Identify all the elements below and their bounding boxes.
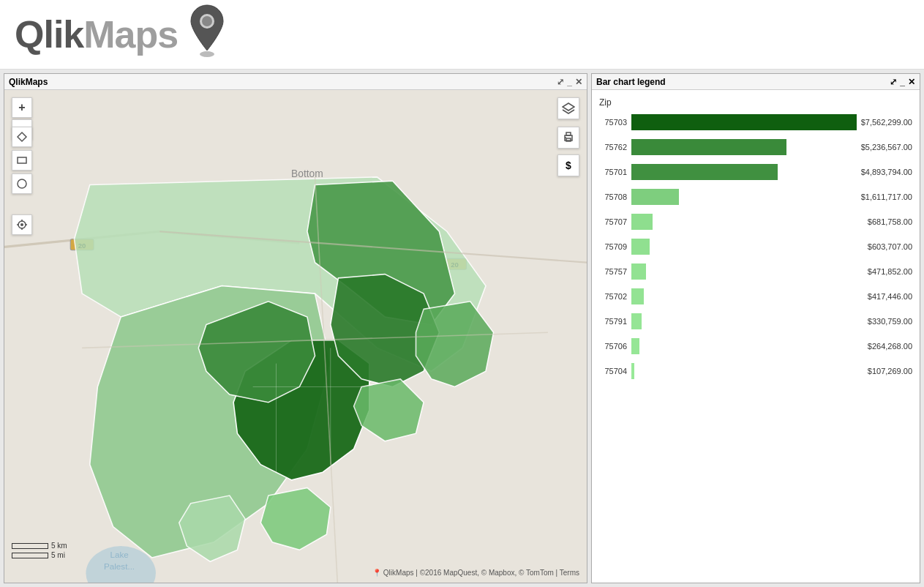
layer-button[interactable]: [557, 97, 579, 119]
bar-track: [631, 363, 863, 379]
svg-point-0: [200, 51, 214, 57]
bar-zip-label: 75702: [599, 292, 627, 301]
map-panel: QlikMaps ⤢ _ ✕ 20 20 Bottom: [4, 73, 587, 583]
bar-value-label: $603,707.00: [868, 242, 912, 251]
bar-zip-label: 75708: [599, 192, 627, 201]
attribution-text: QlikMaps | ©2016 MapQuest, © Mapbox, © T…: [383, 569, 560, 577]
bar-fill: [631, 189, 679, 205]
print-button[interactable]: [557, 127, 579, 149]
bar-fill: [631, 313, 642, 329]
bar-track: [631, 313, 863, 329]
svg-point-34: [18, 179, 26, 188]
bar-value-label: $4,893,794.00: [861, 168, 912, 176]
bar-value-label: $330,759.00: [868, 317, 912, 326]
main-content: QlikMaps ⤢ _ ✕ 20 20 Bottom: [0, 70, 924, 587]
map-titlebar: QlikMaps ⤢ _ ✕: [4, 74, 587, 90]
dollar-button[interactable]: $: [557, 154, 579, 176]
chart-content: Zip 75703$7,562,299.0075762$5,236,567.00…: [592, 90, 920, 583]
bar-track: [631, 164, 857, 180]
scale-bar: 5 km 5 mi: [12, 542, 67, 561]
bar-row: 75709$603,707.00: [599, 238, 912, 255]
bar-track: [631, 263, 863, 280]
bar-row: 75701$4,893,794.00: [599, 163, 912, 181]
bar-zip-label: 75706: [599, 342, 627, 351]
locate-button[interactable]: [12, 214, 32, 235]
map-resize-icon[interactable]: ⤢: [557, 77, 564, 87]
chart-title-controls: ⤢ _ ✕: [890, 77, 915, 87]
bar-zip-label: 75709: [599, 242, 627, 251]
polygon-draw-button[interactable]: [12, 127, 32, 147]
bar-row: 75762$5,236,567.00: [599, 138, 912, 156]
logo-qlik: Qlik: [15, 13, 83, 56]
chart-col-header: Zip: [599, 97, 912, 108]
bar-zip-label: 75791: [599, 317, 627, 326]
bar-row: 75704$107,269.00: [599, 362, 912, 380]
bar-fill: [631, 338, 639, 354]
header: QlikMaps: [0, 0, 924, 70]
circle-draw-button[interactable]: [12, 173, 32, 194]
bar-row: 75708$1,611,717.00: [599, 188, 912, 206]
svg-rect-44: [566, 138, 571, 141]
chart-title: Bar chart legend: [596, 77, 666, 87]
bar-fill: [631, 288, 644, 304]
bar-row: 75702$417,446.00: [599, 288, 912, 305]
map-title: QlikMaps: [9, 77, 48, 87]
bar-track: [631, 139, 857, 155]
scale-km-label: 5 km: [51, 542, 67, 550]
chart-panel: Bar chart legend ⤢ _ ✕ Zip 75703$7,562,2…: [591, 73, 920, 583]
bar-zip-label: 75762: [599, 143, 627, 152]
bar-value-label: $1,611,717.00: [861, 192, 912, 201]
svg-point-36: [20, 223, 23, 226]
bar-track: [631, 214, 863, 230]
chart-minimize-icon[interactable]: _: [900, 77, 905, 87]
bar-value-label: $681,758.00: [868, 217, 912, 226]
bar-zip-label: 75707: [599, 217, 627, 226]
logo-maps: Maps: [83, 13, 178, 56]
chart-titlebar: Bar chart legend ⤢ _ ✕: [592, 74, 920, 90]
zoom-in-button[interactable]: +: [12, 97, 32, 118]
svg-rect-43: [566, 132, 571, 135]
scale-bar-km: 5 km: [12, 542, 67, 550]
bar-value-label: $471,852.00: [868, 267, 912, 276]
bar-row: 75791$330,759.00: [599, 313, 912, 330]
map-close-icon[interactable]: ✕: [575, 77, 582, 87]
map-title-controls: ⤢ _ ✕: [557, 77, 582, 87]
terms-link[interactable]: Terms: [560, 569, 579, 577]
svg-point-2: [202, 16, 212, 26]
bar-track: [631, 114, 857, 130]
bar-fill: [631, 114, 857, 130]
bar-value-label: $264,268.00: [868, 342, 912, 351]
svg-rect-33: [18, 157, 26, 163]
bar-value-label: $7,562,299.00: [861, 118, 912, 127]
map-container: 20 20 Bottom Tyler Lake Palest...: [4, 90, 587, 583]
map-svg: 20 20 Bottom Tyler Lake Palest...: [4, 90, 587, 583]
chart-resize-icon[interactable]: ⤢: [890, 77, 897, 87]
chart-close-icon[interactable]: ✕: [908, 77, 915, 87]
svg-text:Bottom: Bottom: [291, 168, 323, 179]
bar-zip-label: 75704: [599, 367, 627, 375]
bar-value-label: $417,446.00: [868, 292, 912, 301]
bars-container: 75703$7,562,299.0075762$5,236,567.007570…: [599, 113, 912, 380]
bar-fill: [631, 363, 634, 379]
bar-fill: [631, 164, 778, 180]
map-minimize-icon[interactable]: _: [567, 77, 572, 87]
svg-marker-41: [563, 103, 574, 111]
bar-value-label: $5,236,567.00: [861, 143, 912, 152]
bar-fill: [631, 214, 653, 230]
bar-track: [631, 239, 863, 255]
draw-controls: [12, 127, 32, 194]
bar-track: [631, 288, 863, 304]
bar-row: 75703$7,562,299.00: [599, 113, 912, 131]
logo: QlikMaps: [15, 12, 178, 56]
attribution: 📍 QlikMaps | ©2016 MapQuest, © Mapbox, ©…: [372, 569, 579, 577]
bar-fill: [631, 139, 786, 155]
bar-fill: [631, 263, 646, 280]
bar-track: [631, 338, 863, 354]
bar-track: [631, 189, 857, 205]
logo-pin-icon: [185, 3, 229, 67]
scale-mi-label: 5 mi: [51, 551, 65, 559]
bar-row: 75706$264,268.00: [599, 337, 912, 355]
rectangle-draw-button[interactable]: [12, 150, 32, 171]
bar-row: 75757$471,852.00: [599, 263, 912, 280]
svg-point-45: [565, 137, 566, 138]
